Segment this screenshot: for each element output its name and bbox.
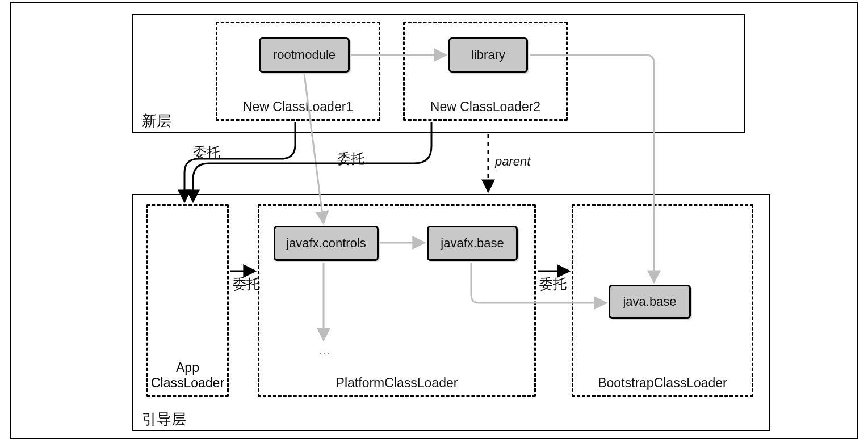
java-base-node: java.base bbox=[609, 285, 691, 319]
bootstrap-classloader-label: BootstrapClassLoader bbox=[573, 375, 752, 391]
new-classloader2-label: New ClassLoader2 bbox=[405, 99, 566, 115]
javafx-controls-node: javafx.controls bbox=[274, 226, 379, 261]
parent-label: parent bbox=[495, 154, 530, 169]
ellipsis-label: … bbox=[318, 343, 330, 358]
delegate-label-2: 委托 bbox=[337, 150, 364, 168]
javafx-base-node: javafx.base bbox=[427, 226, 518, 261]
app-classloader-label1: App bbox=[148, 360, 227, 375]
library-node: library bbox=[448, 37, 528, 73]
boot-layer-label: 引导层 bbox=[142, 409, 186, 429]
new-layer-label: 新层 bbox=[142, 111, 171, 131]
app-classloader-label2: ClassLoader bbox=[148, 375, 227, 391]
rootmodule-node: rootmodule bbox=[259, 37, 350, 73]
delegate-label-4: 委托 bbox=[539, 275, 567, 293]
new-classloader1-label: New ClassLoader1 bbox=[217, 99, 379, 115]
app-classloader-box: App ClassLoader bbox=[146, 204, 229, 397]
delegate-label-3: 委托 bbox=[233, 275, 260, 293]
delegate-label-1: 委托 bbox=[193, 143, 220, 162]
platform-classloader-label: PlatformClassLoader bbox=[259, 375, 534, 391]
